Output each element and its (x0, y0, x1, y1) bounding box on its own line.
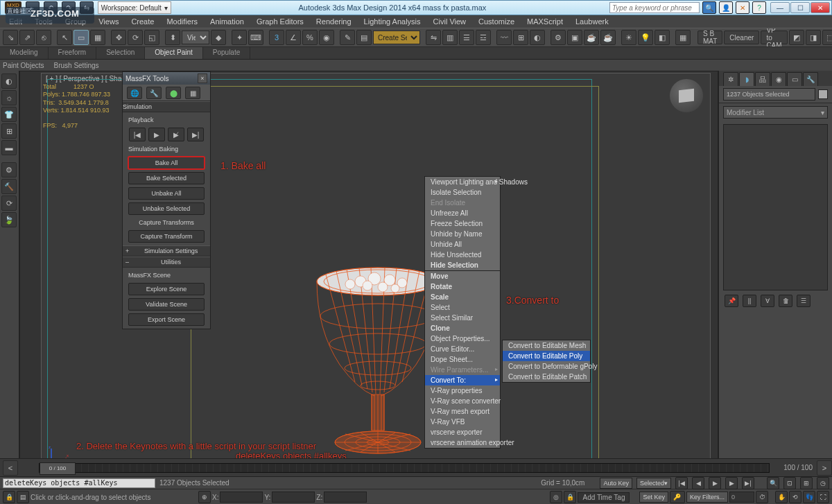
qat-link-icon[interactable]: ⇆ (80, 1, 94, 14)
ctx-isolate[interactable]: Isolate Selection (425, 187, 500, 198)
ctx-vrscene[interactable]: vrscene exporter (425, 427, 500, 437)
modifier-stack[interactable] (723, 124, 828, 290)
add-time-tag[interactable]: Add Time Tag (578, 492, 630, 503)
ctx-wireparams[interactable]: Wire Parameters... (425, 365, 500, 375)
mirror-icon[interactable]: ⇋ (426, 30, 441, 45)
selection-name-field[interactable]: 1237 Objects Selected (723, 88, 815, 101)
next-frame-icon[interactable]: ▶ (725, 477, 738, 489)
massfx-sec-utilities[interactable]: –Utilities (123, 257, 210, 268)
nav-walk-icon[interactable]: 👣 (803, 491, 815, 503)
ctx-viewport-lighting[interactable]: Viewport Lighting and Shadows (425, 177, 500, 187)
ctx-select[interactable]: Select (425, 302, 500, 313)
massfx-titlebar[interactable]: MassFX Tools × (123, 72, 210, 85)
workspace-selector[interactable]: Workspace: Default▾ (98, 1, 171, 14)
context-menu-lower[interactable]: Move Rotate Scale Select Select Similar … (424, 270, 501, 449)
abs-rel-icon[interactable]: ⊕ (198, 491, 211, 503)
ctx-objprops[interactable]: Object Properties... (425, 333, 500, 344)
set-key-indicator[interactable]: 🔑 (670, 491, 685, 503)
ctx-unhidebyname[interactable]: Unhide by Name (425, 229, 500, 239)
custom-icon-2[interactable]: ◨ (806, 30, 821, 45)
show-end-icon[interactable]: || (743, 295, 756, 307)
massfx-tab-world[interactable]: 🌐 (127, 87, 142, 99)
maxscript-listener-input[interactable] (3, 478, 155, 488)
menu-customize[interactable]: Customize (472, 16, 521, 27)
hammer-icon[interactable]: 🔨 (1, 179, 17, 194)
ribbon-tab-modeling[interactable]: Modeling (0, 47, 49, 59)
ctx-clone[interactable]: Clone (425, 323, 500, 333)
massfx-tab-tools[interactable]: 🔧 (146, 87, 162, 99)
qat-undo-icon[interactable]: ↶ (44, 1, 58, 14)
play-nosim-icon[interactable]: ▶̸ (168, 128, 184, 141)
time-next-icon[interactable]: > (817, 460, 832, 476)
ctx-vraymesh[interactable]: V-Ray mesh export (425, 406, 500, 417)
minimize-button[interactable]: — (770, 2, 790, 13)
ctx-hideselection[interactable]: Hide Selection (425, 260, 500, 270)
ctx-scale[interactable]: Scale (425, 292, 500, 302)
cleaner-button[interactable]: Cleaner (724, 31, 759, 44)
sbmat-button[interactable]: S B MAT (697, 31, 722, 44)
select-rect-icon[interactable]: ▭ (73, 30, 89, 45)
current-frame-input[interactable] (729, 492, 754, 503)
signin-icon[interactable]: 👤 (719, 1, 733, 14)
menu-laubwerk[interactable]: Laubwerk (569, 16, 615, 27)
validate-scene-button[interactable]: Validate Scene (128, 298, 205, 311)
step-icon[interactable]: ▶| (187, 128, 204, 141)
bake-selected-button[interactable]: Bake Selected (128, 172, 205, 184)
time-slider[interactable]: 0 / 100 (39, 463, 770, 473)
menu-tools[interactable]: Tools (28, 16, 59, 27)
menu-create[interactable]: Create (125, 16, 160, 27)
ctx-conv-gpoly[interactable]: Convert to Deformable gPoly (503, 361, 590, 372)
ctx-vrayvfb[interactable]: V-Ray VFB (425, 417, 500, 427)
context-submenu-convert[interactable]: Convert to Editable Mesh Convert to Edit… (502, 340, 591, 383)
time-slider-handle[interactable]: 0 / 100 (40, 462, 76, 475)
key-filters-button[interactable]: Key Filters... (686, 492, 728, 503)
make-unique-icon[interactable]: ∀ (761, 295, 774, 307)
ctx-vrsceneanim[interactable]: vrscene animation exporter (425, 437, 500, 448)
script-out-icon[interactable]: ▤ (17, 491, 29, 503)
link-icon[interactable]: ⇘ (3, 30, 18, 45)
gear-icon[interactable]: ⚙ (1, 162, 17, 177)
layer-manager-icon[interactable]: ☲ (476, 30, 491, 45)
schematic-icon[interactable]: ⊞ (513, 30, 528, 45)
menu-edit[interactable]: Edit (3, 16, 28, 27)
radiosity-icon[interactable]: ☀ (621, 30, 636, 45)
menu-civilview[interactable]: Civil View (427, 16, 472, 27)
select-icon[interactable]: ↖ (57, 30, 72, 45)
isolate-icon[interactable]: ◎ (550, 491, 562, 503)
autokey-button[interactable]: Auto Key (600, 478, 632, 489)
close-icon[interactable]: × (198, 73, 207, 83)
ctx-end-isolate[interactable]: End Isolate (425, 198, 500, 208)
shirt-icon[interactable]: 👕 (1, 107, 17, 122)
render-icon[interactable]: ☕ (584, 30, 599, 45)
spinner-snap-icon[interactable]: ◉ (319, 30, 334, 45)
ctx-convert-to[interactable]: Convert To: (425, 375, 500, 385)
menu-animation[interactable]: Animation (204, 16, 250, 27)
viewport[interactable]: [ + ] [ Perspective ] [ Shaded + Edged F… (41, 73, 711, 474)
vr-icon[interactable]: ▦ (675, 30, 691, 45)
unlink-icon[interactable]: ⇗ (19, 30, 35, 45)
ctx-unfreeze[interactable]: Unfreeze All (425, 208, 500, 218)
exchange-icon[interactable]: ✕ (736, 1, 749, 14)
play-icon[interactable]: ▶ (148, 128, 165, 141)
screw-icon[interactable]: ⟳ (1, 195, 17, 211)
ctx-rotate[interactable]: Rotate (425, 281, 500, 292)
move-icon[interactable]: ✥ (111, 30, 126, 45)
bake-all-button[interactable]: Bake All (128, 157, 205, 169)
cmd-tab-utilities[interactable]: 🔧 (803, 72, 818, 86)
prev-frame-icon[interactable]: ◀ (692, 477, 704, 489)
rotate-icon[interactable]: ⟳ (128, 30, 143, 45)
sel-lock-icon[interactable]: 🔒 (564, 491, 576, 503)
ribbon-sub-brush[interactable]: Brush Settings (53, 62, 98, 69)
ctx-dopesheet[interactable]: Dope Sheet... (425, 354, 500, 365)
sphere-icon[interactable]: ◐ (1, 73, 17, 89)
render-fb-icon[interactable]: ▣ (567, 30, 582, 45)
ribbon-sub-paint[interactable]: Paint Objects (3, 62, 44, 69)
play-anim-icon[interactable]: ▶ (709, 477, 721, 489)
named-sel-edit-icon[interactable]: ✎ (340, 30, 355, 45)
menu-modifiers[interactable]: Modifiers (160, 16, 204, 27)
align-icon[interactable]: ▥ (442, 30, 458, 45)
close-button[interactable]: ✕ (811, 2, 830, 13)
ctx-conv-patch[interactable]: Convert to Editable Patch (503, 372, 590, 382)
bind-icon[interactable]: ⎋ (36, 30, 51, 45)
lock-selection-icon[interactable]: 🔒 (3, 491, 15, 503)
